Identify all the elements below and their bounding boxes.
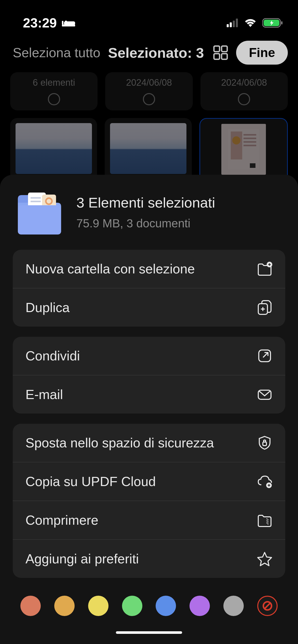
sheet-header: 3 Elementi selezionati 75.9 MB, 3 docume…: [13, 190, 285, 235]
file-tile[interactable]: 6 elementi: [10, 72, 98, 110]
new-folder-action[interactable]: Nuova cartella con selezione: [13, 250, 285, 288]
no-color-icon: [262, 600, 273, 611]
share-icon: [257, 348, 273, 364]
battery-charging-icon: [262, 18, 283, 28]
zip-icon: [257, 512, 273, 528]
home-indicator[interactable]: [116, 631, 182, 634]
svg-rect-1: [62, 21, 63, 24]
action-label: Condividi: [25, 348, 80, 363]
file-thumbnail: [221, 124, 266, 175]
done-button[interactable]: Fine: [236, 41, 288, 65]
grid-view-button[interactable]: [213, 45, 228, 61]
copy-cloud-action[interactable]: Copia su UPDF Cloud: [13, 462, 285, 501]
svg-rect-12: [222, 46, 227, 52]
email-action[interactable]: E-mail: [13, 375, 285, 414]
action-label: Duplica: [25, 300, 70, 315]
mail-icon: [257, 387, 273, 402]
wifi-icon: [244, 18, 257, 27]
folder-docs-icon: [15, 190, 64, 235]
action-label: E-mail: [25, 387, 63, 402]
status-left: 23:29: [23, 15, 75, 31]
action-label: Nuova cartella con selezione: [25, 261, 195, 276]
grid-icon: [213, 45, 228, 61]
color-tag-purple[interactable]: [189, 596, 210, 616]
sheet-subtitle: 75.9 MB, 3 documenti: [76, 216, 215, 230]
color-tag-gray[interactable]: [223, 596, 244, 616]
tile-subtitle: 6 elementi: [13, 77, 95, 88]
file-thumbnail: [16, 123, 92, 174]
svg-rect-11: [214, 46, 220, 52]
status-bar: 23:29: [0, 0, 298, 36]
duplicate-icon: [257, 300, 273, 315]
svg-rect-26: [31, 197, 41, 199]
color-tag-none[interactable]: [257, 596, 278, 616]
svg-rect-4: [227, 24, 229, 27]
color-tag-green[interactable]: [122, 596, 142, 616]
status-right: [227, 18, 283, 28]
svg-rect-22: [250, 163, 255, 168]
action-label: Aggiungi ai preferiti: [25, 551, 139, 566]
color-tag-blue[interactable]: [156, 596, 176, 616]
svg-rect-10: [281, 21, 282, 24]
svg-rect-21: [243, 145, 256, 146]
cloud-plus-icon: [257, 474, 273, 489]
action-label: Comprimere: [25, 513, 98, 528]
duplicate-action[interactable]: Duplica: [13, 288, 285, 327]
svg-rect-27: [31, 201, 41, 202]
action-label: Copia su UPDF Cloud: [25, 474, 156, 489]
svg-rect-20: [243, 141, 256, 143]
svg-line-35: [264, 603, 270, 609]
svg-point-3: [65, 21, 67, 23]
file-tile[interactable]: 2024/06/08: [105, 72, 193, 110]
selection-nav-bar: Seleziona tutto Selezionato: 3 Fine: [0, 36, 298, 72]
star-icon: [257, 551, 273, 567]
sheet-title: 3 Elementi selezionati: [76, 194, 215, 211]
shield-lock-icon: [257, 435, 273, 451]
svg-rect-5: [230, 22, 232, 27]
status-time: 23:29: [23, 15, 57, 31]
svg-rect-14: [222, 54, 227, 59]
svg-rect-7: [236, 19, 238, 27]
move-secure-action[interactable]: Sposta nello spazio di sicurezza: [13, 424, 285, 462]
svg-rect-32: [263, 442, 266, 446]
action-group-1: Nuova cartella con selezione Duplica: [13, 250, 285, 327]
selection-radio[interactable]: [238, 93, 250, 105]
action-label: Sposta nello spazio di sicurezza: [25, 435, 214, 450]
action-group-2: Condividi E-mail: [13, 337, 285, 414]
svg-rect-6: [233, 21, 235, 27]
svg-rect-13: [214, 54, 220, 59]
color-tag-yellow[interactable]: [88, 596, 109, 616]
folder-plus-icon: [257, 261, 273, 277]
favorite-action[interactable]: Aggiungi ai preferiti: [13, 540, 285, 578]
svg-rect-16: [231, 131, 242, 159]
doc-preview-icon: [228, 129, 259, 170]
cellular-signal-icon: [227, 19, 238, 27]
color-tag-orange[interactable]: [54, 596, 75, 616]
action-group-3: Sposta nello spazio di sicurezza Copia s…: [13, 424, 285, 578]
selection-count-title: Selezionato: 3: [108, 45, 205, 61]
tile-subtitle: 2024/06/08: [108, 77, 190, 88]
svg-rect-18: [243, 134, 256, 136]
share-action[interactable]: Condividi: [13, 337, 285, 375]
tile-subtitle: 2024/06/08: [203, 77, 285, 88]
file-thumbnail: [110, 123, 186, 174]
select-all-button[interactable]: Seleziona tutto: [13, 45, 100, 60]
selection-radio[interactable]: [143, 93, 155, 105]
svg-point-17: [232, 136, 240, 144]
svg-rect-19: [243, 138, 256, 139]
file-tile[interactable]: 2024/06/08: [200, 72, 288, 110]
dnd-sleep-icon: [62, 18, 75, 27]
compress-action[interactable]: Comprimere: [13, 501, 285, 540]
actions-sheet: 3 Elementi selezionati 75.9 MB, 3 docume…: [0, 175, 298, 644]
selection-radio[interactable]: [48, 93, 60, 105]
color-tag-row: [13, 588, 285, 624]
color-tag-red[interactable]: [20, 596, 41, 616]
